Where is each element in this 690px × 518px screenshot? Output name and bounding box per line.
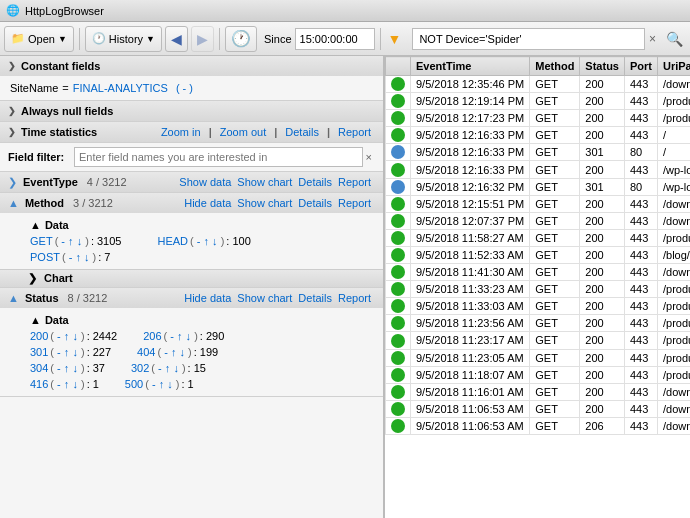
site-name-dash[interactable]: ( - ) (176, 82, 193, 94)
s404-d[interactable]: ↓ (179, 346, 185, 358)
get-up[interactable]: ↑ (68, 235, 74, 247)
table-row[interactable]: 9/5/2018 12:16:33 PMGET30180/ (386, 144, 691, 161)
site-name-value[interactable]: FINAL-ANALYTICS (73, 82, 168, 94)
status-302-link[interactable]: 302 (131, 362, 149, 374)
table-row[interactable]: 9/5/2018 12:16:33 PMGET200443/ (386, 127, 691, 144)
s206-d[interactable]: ↓ (186, 330, 192, 342)
s200-m[interactable]: - (57, 330, 61, 342)
since-input[interactable] (295, 28, 375, 50)
s302-u[interactable]: ↑ (165, 362, 171, 374)
s404-m[interactable]: - (164, 346, 168, 358)
table-row[interactable]: 9/5/2018 12:17:23 PMGET200443/produ (386, 110, 691, 127)
status-304-link[interactable]: 304 (30, 362, 48, 374)
method-header[interactable]: ▲ Method 3 / 3212 Hide data Show chart D… (0, 193, 383, 213)
filter-input[interactable] (412, 28, 645, 50)
history-button[interactable]: 🕐 History ▼ (85, 26, 162, 52)
head-up[interactable]: ↑ (204, 235, 210, 247)
col-method[interactable]: Method (530, 57, 580, 76)
table-row[interactable]: 9/5/2018 11:18:07 AMGET200443/produ (386, 366, 691, 383)
search-button[interactable]: 🔍 (663, 31, 686, 47)
table-row[interactable]: 9/5/2018 11:16:01 AMGET200443/down (386, 383, 691, 400)
col-status[interactable]: Status (580, 57, 625, 76)
col-port[interactable]: Port (624, 57, 657, 76)
eventtype-show-data[interactable]: Show data (179, 176, 231, 188)
table-row[interactable]: 9/5/2018 12:15:51 PMGET200443/down (386, 195, 691, 212)
s500-m[interactable]: - (152, 378, 156, 390)
s301-m[interactable]: - (57, 346, 61, 358)
table-row[interactable]: 9/5/2018 12:35:46 PMGET200443/down (386, 76, 691, 93)
table-row[interactable]: 9/5/2018 11:06:53 AMGET206443/down (386, 417, 691, 434)
filter-clear-button[interactable]: × (645, 32, 660, 46)
field-filter-input[interactable] (74, 147, 363, 167)
status-416-link[interactable]: 416 (30, 378, 48, 390)
method-details[interactable]: Details (298, 197, 332, 209)
table-row[interactable]: 9/5/2018 12:07:37 PMGET200443/down (386, 212, 691, 229)
back-button[interactable]: ◀ (165, 26, 188, 52)
post-up[interactable]: ↑ (75, 251, 81, 263)
col-eventtime[interactable]: EventTime (411, 57, 530, 76)
status-404-link[interactable]: 404 (137, 346, 155, 358)
table-row[interactable]: 9/5/2018 11:58:27 AMGET200443/produ (386, 229, 691, 246)
table-row[interactable]: 9/5/2018 12:19:14 PMGET200443/produ (386, 93, 691, 110)
zoom-in-link[interactable]: Zoom in (161, 126, 201, 138)
time-report-link[interactable]: Report (338, 126, 371, 138)
status-301-link[interactable]: 301 (30, 346, 48, 358)
constant-fields-header[interactable]: ❯ Constant fields (0, 56, 383, 76)
method-post-link[interactable]: POST (30, 251, 60, 263)
s206-m[interactable]: - (170, 330, 174, 342)
s416-m[interactable]: - (57, 378, 61, 390)
method-get-link[interactable]: GET (30, 235, 53, 247)
table-row[interactable]: 9/5/2018 11:52:33 AMGET200443/blog/m (386, 246, 691, 263)
table-row[interactable]: 9/5/2018 11:41:30 AMGET200443/down (386, 264, 691, 281)
s206-u[interactable]: ↑ (177, 330, 183, 342)
status-hide-data[interactable]: Hide data (184, 292, 231, 304)
status-details[interactable]: Details (298, 292, 332, 304)
s302-m[interactable]: - (158, 362, 162, 374)
forward-button[interactable]: ▶ (191, 26, 214, 52)
table-row[interactable]: 9/5/2018 12:16:32 PMGET30180/wp-lo (386, 178, 691, 195)
get-down[interactable]: ↓ (77, 235, 83, 247)
zoom-out-link[interactable]: Zoom out (220, 126, 266, 138)
clock-button[interactable]: 🕐 (225, 26, 257, 52)
eventtype-details[interactable]: Details (298, 176, 332, 188)
s301-u[interactable]: ↑ (64, 346, 70, 358)
field-filter-clear[interactable]: × (363, 151, 375, 163)
status-206-link[interactable]: 206 (143, 330, 161, 342)
s304-m[interactable]: - (57, 362, 61, 374)
post-minus[interactable]: - (69, 251, 73, 263)
table-row[interactable]: 9/5/2018 11:06:53 AMGET200443/down (386, 400, 691, 417)
s301-d[interactable]: ↓ (72, 346, 78, 358)
table-row[interactable]: 9/5/2018 11:23:56 AMGET200443/produ (386, 315, 691, 332)
status-200-link[interactable]: 200 (30, 330, 48, 342)
s200-d[interactable]: ↓ (72, 330, 78, 342)
s404-u[interactable]: ↑ (171, 346, 177, 358)
table-row[interactable]: 9/5/2018 11:33:23 AMGET200443/produ (386, 281, 691, 298)
status-show-chart[interactable]: Show chart (237, 292, 292, 304)
s500-u[interactable]: ↑ (159, 378, 165, 390)
head-minus[interactable]: - (197, 235, 201, 247)
method-hide-data[interactable]: Hide data (184, 197, 231, 209)
eventtype-show-chart[interactable]: Show chart (237, 176, 292, 188)
table-row[interactable]: 9/5/2018 11:23:17 AMGET200443/produ (386, 332, 691, 349)
method-head-link[interactable]: HEAD (157, 235, 188, 247)
s304-u[interactable]: ↑ (64, 362, 70, 374)
post-down[interactable]: ↓ (84, 251, 90, 263)
time-stats-header[interactable]: ❯ Time statistics Zoom in | Zoom out | D… (0, 122, 383, 142)
method-show-chart[interactable]: Show chart (237, 197, 292, 209)
eventtype-report[interactable]: Report (338, 176, 371, 188)
eventtype-header[interactable]: ❯ EventType 4 / 3212 Show data Show char… (0, 172, 383, 192)
status-header[interactable]: ▲ Status 8 / 3212 Hide data Show chart D… (0, 288, 383, 308)
s302-d[interactable]: ↓ (173, 362, 179, 374)
method-report[interactable]: Report (338, 197, 371, 209)
status-report[interactable]: Report (338, 292, 371, 304)
table-row[interactable]: 9/5/2018 11:23:05 AMGET200443/produ (386, 349, 691, 366)
status-500-link[interactable]: 500 (125, 378, 143, 390)
table-row[interactable]: 9/5/2018 11:33:03 AMGET200443/produ (386, 298, 691, 315)
s416-u[interactable]: ↑ (64, 378, 70, 390)
s500-d[interactable]: ↓ (167, 378, 173, 390)
s416-d[interactable]: ↓ (72, 378, 78, 390)
col-uripath[interactable]: UriPath (657, 57, 690, 76)
table-row[interactable]: 9/5/2018 12:16:33 PMGET200443/wp-lo (386, 161, 691, 178)
s200-u[interactable]: ↑ (64, 330, 70, 342)
time-details-link[interactable]: Details (285, 126, 319, 138)
